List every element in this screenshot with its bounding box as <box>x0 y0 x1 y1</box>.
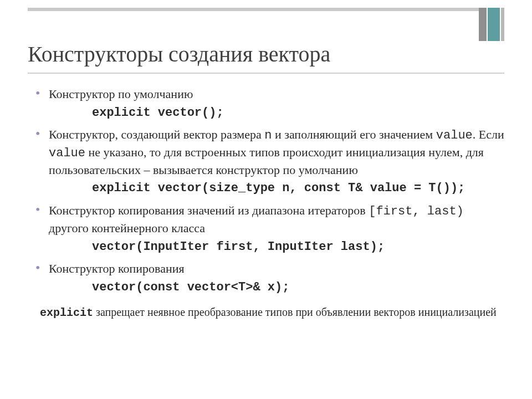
text-fragment: Конструктор копирования значений из диап… <box>49 203 369 217</box>
text-fragment: и заполняющий его значением <box>272 127 436 141</box>
text-fragment: . Если <box>473 127 504 141</box>
code-fragment: value <box>436 129 473 142</box>
list-item: Конструктор, создающий вектор размера n … <box>33 126 504 197</box>
item-text: Конструктор копирования значений из диап… <box>49 203 464 235</box>
code-line: explicit vector(size_type n, const T& va… <box>92 180 504 197</box>
accent-bar <box>479 8 504 41</box>
list-item: Конструктор копирования значений из диап… <box>33 202 504 255</box>
text-fragment: не указано, то для встроенных типов прои… <box>49 145 484 177</box>
slide-title: Конструкторы создания вектора <box>28 42 504 67</box>
code-line: vector(InputIter first, InputIter last); <box>92 239 504 255</box>
item-text: Конструктор копирования <box>49 262 185 275</box>
top-rule <box>28 8 504 11</box>
code-fragment: n <box>264 129 272 142</box>
code-line: vector(const vector<T>& x); <box>92 279 504 296</box>
slide: Конструкторы создания вектора Конструкто… <box>0 8 532 399</box>
accent-gray <box>479 8 487 41</box>
accent-light <box>501 8 504 41</box>
code-line: explicit vector(); <box>92 105 504 121</box>
footnote: explicit запрещает неявное преобразовани… <box>40 305 504 320</box>
item-text: Конструктор по умолчанию <box>49 87 193 101</box>
list-item: Конструктор копирования vector(const vec… <box>33 260 504 295</box>
content: Конструктор по умолчанию explicit vector… <box>33 86 504 296</box>
text-fragment: Конструктор, создающий вектор размера <box>49 127 264 141</box>
title-divider <box>28 73 504 74</box>
item-text: Конструктор, создающий вектор размера n … <box>49 127 504 176</box>
code-fragment: [first, last) <box>369 204 464 218</box>
footnote-keyword: explicit <box>40 306 93 319</box>
bullet-list: Конструктор по умолчанию explicit vector… <box>33 86 504 296</box>
footnote-text: запрещает неявное преобразование типов п… <box>93 306 497 318</box>
text-fragment: другого контейнерного класса <box>49 221 205 235</box>
list-item: Конструктор по умолчанию explicit vector… <box>33 86 504 121</box>
code-fragment: value <box>49 146 85 160</box>
accent-teal <box>487 8 501 41</box>
